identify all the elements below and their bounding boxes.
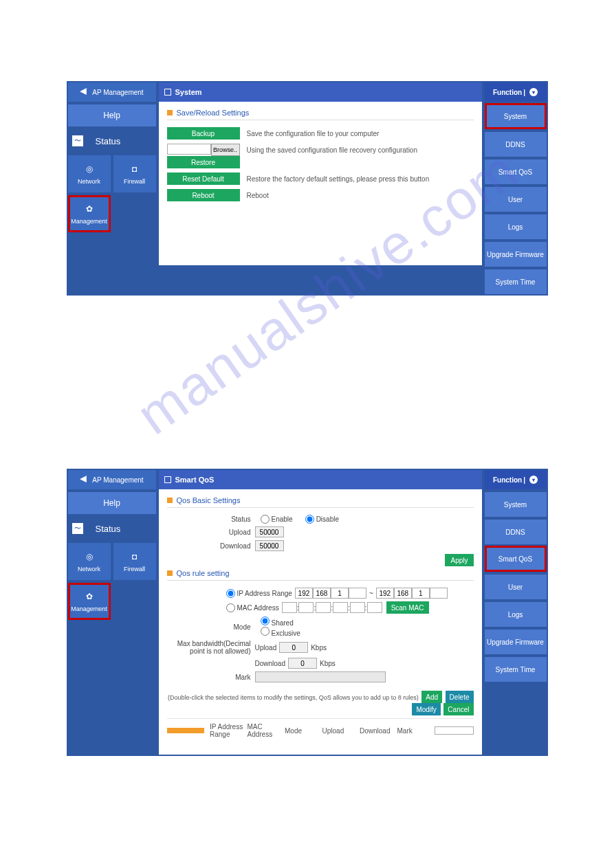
ip-to-3[interactable] [412, 588, 430, 599]
disable-radio[interactable] [305, 515, 314, 524]
shared-label: Shared [272, 619, 294, 627]
screenshot-system: ⯇ AP Management Help 〜 Status ◎ Network … [67, 81, 548, 296]
main-panel: System Save/Reload Settings Backup Save … [159, 82, 482, 294]
shared-radio[interactable] [261, 616, 270, 625]
network-tile[interactable]: ◎ Network [68, 155, 111, 192]
function-sidebar: Function | ▾ System DDNS Smart QoS User … [485, 470, 547, 755]
mac-6[interactable] [367, 602, 382, 613]
main-panel: Smart QoS Qos Basic Settings Status Enab… [159, 470, 482, 755]
mac-label: MAC Address [237, 604, 279, 612]
management-tile[interactable]: ✿ Management [68, 583, 111, 620]
download-input[interactable] [255, 540, 284, 551]
exclusive-radio[interactable] [261, 627, 270, 636]
func-smartqos[interactable]: Smart QoS [485, 546, 547, 572]
ip-from-2[interactable] [313, 588, 331, 599]
ip-range-radio[interactable] [226, 589, 235, 598]
reboot-button[interactable]: Reboot [167, 189, 240, 201]
bw-upload-input[interactable] [279, 642, 308, 653]
firewall-tile[interactable]: ◘ Firewall [113, 155, 156, 192]
management-label: Management [71, 218, 107, 225]
disable-label: Disable [316, 515, 339, 523]
status-bar[interactable]: 〜 Status [68, 129, 156, 153]
restore-button[interactable]: Restore [167, 156, 240, 168]
page-header: System [159, 82, 482, 102]
status-bar[interactable]: 〜 Status [68, 517, 156, 540]
func-upgrade[interactable]: Upgrade Firmware [485, 630, 547, 654]
network-label: Network [78, 178, 100, 185]
management-tile[interactable]: ✿ Management [68, 195, 111, 232]
ap-management-bar[interactable]: ⯇ AP Management [68, 470, 156, 489]
gear-icon: ✿ [83, 203, 96, 215]
ip-from-1[interactable] [295, 588, 313, 599]
help-bar[interactable]: Help [68, 104, 156, 126]
apply-button[interactable]: Apply [445, 554, 473, 566]
left-arrow-icon: ⯇ [80, 87, 88, 97]
function-title: Function [493, 476, 522, 484]
upload-label: Upload [167, 528, 255, 536]
func-system[interactable]: System [485, 492, 547, 517]
firewall-icon: ◘ [129, 550, 141, 563]
ip-from-4[interactable] [349, 588, 366, 599]
func-logs[interactable]: Logs [485, 214, 547, 239]
func-system[interactable]: System [485, 103, 547, 129]
mac-4[interactable] [333, 602, 348, 613]
modify-button[interactable]: Modify [412, 703, 440, 715]
network-tile[interactable]: ◎ Network [68, 543, 111, 580]
kbps-label: Kbps [311, 644, 327, 652]
func-logs[interactable]: Logs [485, 602, 547, 627]
cancel-button[interactable]: Cancel [443, 703, 473, 715]
gear-icon: ✿ [83, 590, 96, 603]
reset-default-button[interactable]: Reset Default [167, 173, 240, 185]
status-label: Status [96, 136, 121, 146]
upload-input[interactable] [255, 526, 284, 537]
func-ddns[interactable]: DDNS [485, 520, 547, 544]
select-all-checkbox[interactable] [435, 726, 474, 735]
header-square-icon [164, 476, 171, 483]
table-bullet-icon [167, 728, 205, 733]
mac-3[interactable] [316, 602, 331, 613]
help-bar[interactable]: Help [68, 492, 156, 514]
func-smartqos[interactable]: Smart QoS [485, 159, 547, 184]
delete-button[interactable]: Delete [446, 691, 474, 703]
network-label: Network [78, 566, 100, 572]
status-icon: 〜 [72, 135, 83, 146]
ap-management-bar[interactable]: ⯇ AP Management [68, 82, 156, 102]
bw-label: Max bandwidth(Decimal point is not allow… [167, 640, 255, 655]
ip-to-1[interactable] [376, 588, 394, 599]
function-header[interactable]: Function | ▾ [485, 82, 547, 102]
section-qos-rule: Qos rule setting [167, 569, 474, 581]
scan-mac-button[interactable]: Scan MAC [386, 601, 429, 614]
func-user[interactable]: User [485, 187, 547, 212]
rules-table-header: IP Address Range MAC Address Mode Upload… [167, 718, 474, 742]
func-systime[interactable]: System Time [485, 269, 547, 294]
file-path-input[interactable] [167, 144, 211, 155]
func-systime[interactable]: System Time [485, 657, 547, 682]
firewall-label: Firewall [124, 566, 145, 572]
ip-from-3[interactable] [331, 588, 349, 599]
network-icon: ◎ [83, 550, 96, 563]
restore-desc: Using the saved configuration file recov… [247, 146, 417, 154]
func-user[interactable]: User [485, 575, 547, 599]
function-header[interactable]: Function | ▾ [485, 470, 547, 489]
firewall-tile[interactable]: ◘ Firewall [113, 543, 156, 580]
ap-management-label: AP Management [92, 89, 143, 96]
func-ddns[interactable]: DDNS [485, 132, 547, 157]
mac-1[interactable] [282, 602, 297, 613]
mark-input[interactable] [255, 671, 386, 682]
mac-2[interactable] [298, 602, 314, 613]
mac-5[interactable] [350, 602, 365, 613]
left-sidebar: ⯇ AP Management Help 〜 Status ◎ Network … [68, 82, 156, 294]
rule-hint: (Double-click the selected items to modi… [168, 694, 419, 701]
func-upgrade[interactable]: Upgrade Firmware [485, 242, 547, 267]
add-button[interactable]: Add [421, 691, 442, 703]
backup-button[interactable]: Backup [167, 127, 240, 140]
ip-to-4[interactable] [430, 588, 448, 599]
enable-radio[interactable] [261, 515, 270, 524]
browse-button[interactable]: Browse.. [211, 144, 240, 156]
bw-download-input[interactable] [288, 658, 317, 669]
mark-label: Mark [167, 674, 255, 681]
mac-radio[interactable] [226, 603, 235, 612]
col-mac: MAC Address [248, 723, 285, 738]
ip-to-2[interactable] [394, 588, 412, 599]
chevron-down-icon: ▾ [529, 476, 538, 484]
